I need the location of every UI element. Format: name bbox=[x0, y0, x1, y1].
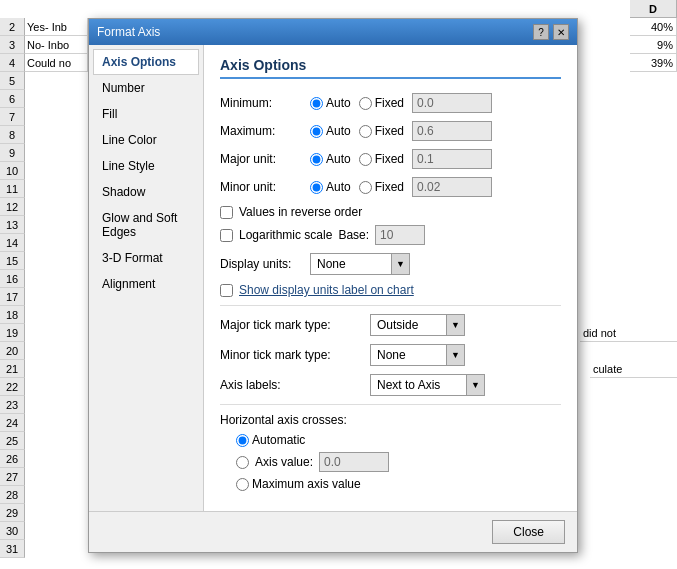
row-num-6: 6 bbox=[0, 90, 25, 108]
row-num-15: 15 bbox=[0, 252, 25, 270]
sidebar-item-axis-options[interactable]: Axis Options bbox=[93, 49, 199, 75]
minor-unit-fixed-label: Fixed bbox=[375, 180, 404, 194]
minor-unit-row: Minor unit: Auto Fixed bbox=[220, 177, 561, 197]
maximum-label: Maximum: bbox=[220, 124, 310, 138]
row-num-25: 25 bbox=[0, 432, 25, 450]
minimum-row: Minimum: Auto Fixed bbox=[220, 93, 561, 113]
minimum-fixed-radio[interactable] bbox=[359, 97, 372, 110]
log-scale-checkbox[interactable] bbox=[220, 229, 233, 242]
close-title-button[interactable]: ✕ bbox=[553, 24, 569, 40]
sidebar-item-number[interactable]: Number bbox=[93, 75, 199, 101]
sidebar-item-glow[interactable]: Glow and Soft Edges bbox=[93, 205, 199, 245]
row-num-10: 10 bbox=[0, 162, 25, 180]
help-button[interactable]: ? bbox=[533, 24, 549, 40]
row-num-3: 3 bbox=[0, 36, 25, 54]
minimum-auto-label: Auto bbox=[326, 96, 351, 110]
maximum-radio-group: Auto Fixed bbox=[310, 121, 492, 141]
max-axis-option: Maximum axis value bbox=[236, 477, 561, 491]
major-tick-arrow[interactable]: ▼ bbox=[446, 315, 464, 335]
row-num-21: 21 bbox=[0, 360, 25, 378]
row-num-11: 11 bbox=[0, 180, 25, 198]
major-unit-auto-radio[interactable] bbox=[310, 153, 323, 166]
show-units-checkbox[interactable] bbox=[220, 284, 233, 297]
content-panel: Axis Options Minimum: Auto Fixed bbox=[204, 45, 577, 511]
display-units-dropdown[interactable]: None ▼ bbox=[310, 253, 410, 275]
minor-unit-fixed-option: Fixed bbox=[359, 180, 404, 194]
minor-unit-fixed-radio[interactable] bbox=[359, 181, 372, 194]
axis-labels-arrow[interactable]: ▼ bbox=[466, 375, 484, 395]
sidebar-item-line-color[interactable]: Line Color bbox=[93, 127, 199, 153]
max-axis-radio[interactable] bbox=[236, 478, 249, 491]
display-units-label: Display units: bbox=[220, 257, 310, 271]
sidebar-item-fill[interactable]: Fill bbox=[93, 101, 199, 127]
maximum-auto-radio[interactable] bbox=[310, 125, 323, 138]
maximum-fixed-radio[interactable] bbox=[359, 125, 372, 138]
row-num-16: 16 bbox=[0, 270, 25, 288]
row-num-18: 18 bbox=[0, 306, 25, 324]
values-reverse-label: Values in reverse order bbox=[239, 205, 362, 219]
maximum-auto-label: Auto bbox=[326, 124, 351, 138]
minor-unit-auto-label: Auto bbox=[326, 180, 351, 194]
maximum-row: Maximum: Auto Fixed bbox=[220, 121, 561, 141]
axis-value-radio[interactable] bbox=[236, 456, 249, 469]
max-axis-label: Maximum axis value bbox=[252, 477, 361, 491]
dialog-titlebar: Format Axis ? ✕ bbox=[89, 19, 577, 45]
title-buttons: ? ✕ bbox=[533, 24, 569, 40]
cell-d19: did not bbox=[580, 324, 677, 342]
log-scale-base-input[interactable] bbox=[375, 225, 425, 245]
show-units-label[interactable]: Show display units label on chart bbox=[239, 283, 414, 297]
minimum-auto-radio[interactable] bbox=[310, 97, 323, 110]
minor-unit-value-input[interactable] bbox=[412, 177, 492, 197]
base-label: Base: bbox=[338, 228, 369, 242]
cell-d3: 9% bbox=[630, 36, 677, 54]
row-num-19: 19 bbox=[0, 324, 25, 342]
row-num-9: 9 bbox=[0, 144, 25, 162]
log-scale-row: Logarithmic scale Base: bbox=[220, 225, 561, 245]
axis-value-input[interactable] bbox=[319, 452, 389, 472]
minor-tick-label: Minor tick mark type: bbox=[220, 348, 370, 362]
row-num-23: 23 bbox=[0, 396, 25, 414]
row-num-22: 22 bbox=[0, 378, 25, 396]
close-button[interactable]: Close bbox=[492, 520, 565, 544]
minor-tick-arrow[interactable]: ▼ bbox=[446, 345, 464, 365]
cell-d4: 39% bbox=[630, 54, 677, 72]
cell-d21: culate bbox=[590, 360, 677, 378]
major-unit-fixed-radio[interactable] bbox=[359, 153, 372, 166]
major-tick-dropdown[interactable]: Outside ▼ bbox=[370, 314, 465, 336]
maximum-value-input[interactable] bbox=[412, 121, 492, 141]
sidebar-item-alignment[interactable]: Alignment bbox=[93, 271, 199, 297]
axis-value-option: Axis value: bbox=[236, 452, 561, 472]
sidebar: Axis Options Number Fill Line Color Line… bbox=[89, 45, 204, 511]
row-num-14: 14 bbox=[0, 234, 25, 252]
minimum-value-input[interactable] bbox=[412, 93, 492, 113]
axis-labels-dropdown[interactable]: Next to Axis ▼ bbox=[370, 374, 485, 396]
row-num-31: 31 bbox=[0, 540, 25, 558]
row-2: 2 Yes- Inb bbox=[0, 18, 88, 36]
major-unit-label: Major unit: bbox=[220, 152, 310, 166]
row-num-20: 20 bbox=[0, 342, 25, 360]
dialog-body: Axis Options Number Fill Line Color Line… bbox=[89, 45, 577, 511]
dialog-title: Format Axis bbox=[97, 25, 160, 39]
sidebar-item-shadow[interactable]: Shadow bbox=[93, 179, 199, 205]
automatic-label: Automatic bbox=[252, 433, 305, 447]
maximum-auto-option: Auto bbox=[310, 124, 351, 138]
major-unit-value-input[interactable] bbox=[412, 149, 492, 169]
maximum-fixed-option: Fixed bbox=[359, 124, 404, 138]
minor-unit-label: Minor unit: bbox=[220, 180, 310, 194]
divider-2 bbox=[220, 404, 561, 405]
major-unit-auto-label: Auto bbox=[326, 152, 351, 166]
display-units-arrow[interactable]: ▼ bbox=[391, 254, 409, 274]
minor-tick-dropdown[interactable]: None ▼ bbox=[370, 344, 465, 366]
dialog-footer: Close bbox=[89, 511, 577, 552]
values-reverse-checkbox[interactable] bbox=[220, 206, 233, 219]
maximum-fixed-label: Fixed bbox=[375, 124, 404, 138]
sidebar-item-line-style[interactable]: Line Style bbox=[93, 153, 199, 179]
format-axis-dialog: Format Axis ? ✕ Axis Options Number Fill… bbox=[88, 18, 578, 553]
minor-unit-auto-option: Auto bbox=[310, 180, 351, 194]
minor-unit-auto-radio[interactable] bbox=[310, 181, 323, 194]
minimum-radio-group: Auto Fixed bbox=[310, 93, 492, 113]
sidebar-item-3d-format[interactable]: 3-D Format bbox=[93, 245, 199, 271]
log-scale-label: Logarithmic scale bbox=[239, 228, 332, 242]
row-num-17: 17 bbox=[0, 288, 25, 306]
automatic-radio[interactable] bbox=[236, 434, 249, 447]
